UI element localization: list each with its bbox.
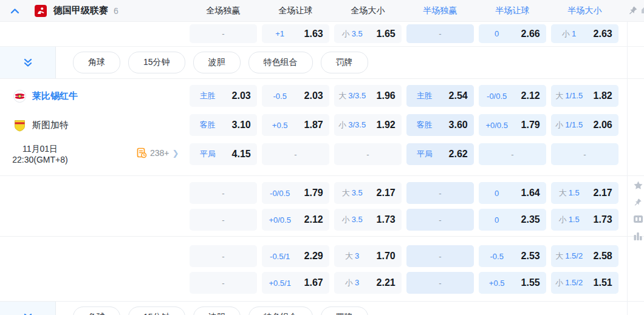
odds-cell[interactable]: 02.66 <box>479 24 546 43</box>
odds-label: 0 <box>479 189 515 198</box>
match-block: 莱比锡红牛 主胜2.03-0.52.03大3/3.51.96主胜2.54-0/0… <box>0 79 644 176</box>
market-pill[interactable]: 特色组合 <box>248 307 313 315</box>
odds-cell[interactable]: 小32.21 <box>334 272 402 294</box>
odds-cell[interactable]: +0.51.87 <box>262 114 329 136</box>
over-under-prefix: 小 <box>559 215 567 224</box>
odds-cell[interactable]: 客胜3.60 <box>406 114 474 136</box>
market-pill[interactable]: 罚牌 <box>321 52 368 73</box>
odds-cell[interactable]: -0/0.52.12 <box>479 85 546 107</box>
odds-label: 主胜 <box>406 90 442 101</box>
odds-label: 小3/3.5 <box>334 120 370 130</box>
odds-cell[interactable]: +0.51.55 <box>479 272 546 294</box>
empty-dash: - <box>222 252 224 261</box>
odds-cell[interactable]: 01.64 <box>479 182 546 204</box>
pin-match-button[interactable] <box>632 197 643 208</box>
odds-row-partial: -+11.63小3.51.65-02.66小12.63 <box>190 24 618 46</box>
market-pill[interactable]: 罚牌 <box>321 307 368 315</box>
odds-label: +1 <box>262 29 298 38</box>
odds-cell[interactable]: 客胜3.10 <box>190 114 257 136</box>
odds-label: 0 <box>479 215 515 225</box>
column-header-half-handicap[interactable]: 半场让球 <box>479 5 546 16</box>
odds-cell[interactable]: 小1/1.52.06 <box>551 114 618 136</box>
edge-cut-icon[interactable] <box>641 6 644 17</box>
match-date: 11月01日 <box>5 143 75 154</box>
odds-cell[interactable]: 大31.70 <box>334 245 402 267</box>
odds-cell[interactable]: +0.5/11.67 <box>262 272 329 294</box>
odds-cell[interactable]: +0/0.51.79 <box>479 114 546 136</box>
previous-match-left-spacer <box>0 24 190 46</box>
odds-cell[interactable]: -0.5/12.29 <box>262 245 329 267</box>
over-under-prefix: 大 <box>559 188 567 197</box>
away-team-cell[interactable]: 斯图加特 <box>0 114 190 136</box>
market-pill[interactable]: 15分钟 <box>128 307 185 315</box>
odds-cell[interactable]: 小3/3.51.92 <box>334 114 402 136</box>
market-pill[interactable]: 15分钟 <box>128 52 185 73</box>
odds-label: +0.5/1 <box>262 279 298 288</box>
odds-value: 1.65 <box>370 29 402 39</box>
double-chevron-down-icon <box>23 58 33 67</box>
alt-left-spacer <box>0 209 190 231</box>
over-under-prefix: 大 <box>342 188 350 197</box>
expand-markets-button[interactable] <box>0 302 56 315</box>
expand-markets-button[interactable] <box>0 47 56 78</box>
market-pill[interactable]: 角球 <box>73 307 120 315</box>
odds-value: 2.66 <box>515 29 546 39</box>
odds-cell[interactable]: 小1.5/21.51 <box>551 272 618 294</box>
alternate-lines-group-1: --0/0.51.79大3.52.17-01.64大1.52.17 -+0/0.… <box>0 176 644 237</box>
odds-cell[interactable]: 大1.52.17 <box>551 182 618 204</box>
odds-cell[interactable]: 大3/3.51.96 <box>334 85 402 107</box>
market-pill[interactable]: 角球 <box>73 52 120 73</box>
empty-dash: - <box>583 150 586 159</box>
over-under-prefix: 小 <box>555 120 563 129</box>
alt-row: -+0/0.52.12小3.51.73-02.35小1.51.73 <box>0 209 644 231</box>
odds-cell[interactable]: 小3.51.73 <box>334 209 402 231</box>
bar-chart-icon <box>633 232 643 241</box>
odds-cell[interactable]: 大1/1.51.82 <box>551 85 618 107</box>
odds-cell[interactable]: +0/0.52.12 <box>262 209 329 231</box>
favorite-star-button[interactable] <box>632 180 643 191</box>
odds-label: 大3.5 <box>334 188 370 198</box>
odds-cell[interactable]: 主胜2.54 <box>406 85 474 107</box>
column-header-half-win[interactable]: 半场独赢 <box>406 5 474 16</box>
odds-cell[interactable]: -0.52.53 <box>479 245 546 267</box>
home-team-name: 莱比锡红牛 <box>32 90 78 102</box>
home-team-cell[interactable]: 莱比锡红牛 <box>0 85 190 107</box>
odds-cell[interactable]: 平局2.62 <box>406 143 474 165</box>
column-header-half-total[interactable]: 半场大小 <box>551 5 618 16</box>
odds-label: 小1/1.5 <box>551 120 587 130</box>
odds-cell[interactable]: 主胜2.03 <box>190 85 257 107</box>
score-box-icon <box>633 215 643 223</box>
odds-cell[interactable]: 小12.63 <box>551 24 618 43</box>
odds-cell[interactable]: 大1.5/22.58 <box>551 245 618 267</box>
odds-value: 2.03 <box>225 90 257 101</box>
pin-league-button[interactable] <box>628 5 639 18</box>
odds-cell[interactable]: 平局4.15 <box>190 143 257 165</box>
market-pill[interactable]: 波胆 <box>193 52 241 73</box>
odds-cell-empty: - <box>190 245 257 267</box>
odds-row-alt-2-over: --0.5/12.29大31.70--0.52.53大1.5/22.58 <box>190 245 618 267</box>
odds-cell[interactable]: 小3.51.65 <box>334 24 402 43</box>
odds-cell[interactable]: 02.35 <box>479 209 546 231</box>
column-header-full-handicap[interactable]: 全场让球 <box>262 5 329 16</box>
odds-value: 1.73 <box>587 214 618 225</box>
odds-label: -0.5/1 <box>262 252 298 261</box>
odds-cell[interactable]: +11.63 <box>262 24 329 43</box>
odds-value: 2.35 <box>515 214 546 225</box>
collapse-league-button[interactable] <box>9 5 20 16</box>
alt-left-spacer <box>0 182 190 204</box>
odds-cell[interactable]: -0/0.51.79 <box>262 182 329 204</box>
alt-left-spacer <box>0 272 190 294</box>
odds-label: +0.5 <box>479 279 515 288</box>
odds-cell[interactable]: -0.52.03 <box>262 85 329 107</box>
stats-button[interactable] <box>632 231 643 242</box>
odds-cell[interactable]: 小1.51.73 <box>551 209 618 231</box>
column-header-full-win[interactable]: 全场独赢 <box>190 5 257 16</box>
market-pill[interactable]: 特色组合 <box>248 52 313 73</box>
column-header-full-total[interactable]: 全场大小 <box>334 5 402 16</box>
market-pill[interactable]: 波胆 <box>193 307 241 315</box>
odds-cell-empty: - <box>406 24 474 43</box>
odds-label: 小3.5 <box>334 29 370 39</box>
more-markets-link[interactable]: 238+ ❯ <box>136 147 179 158</box>
odds-cell[interactable]: 大3.52.17 <box>334 182 402 204</box>
live-score-button[interactable] <box>632 214 643 225</box>
